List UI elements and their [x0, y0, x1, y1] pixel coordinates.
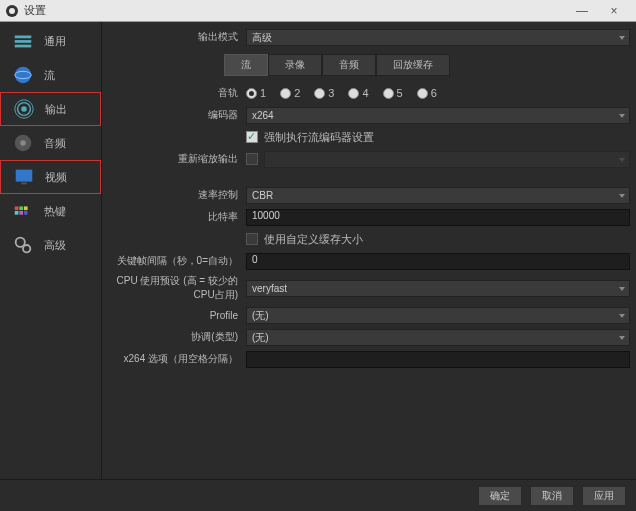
sidebar-item-advanced[interactable]: 高级 [0, 228, 101, 262]
svg-rect-0 [15, 36, 32, 39]
svg-rect-2 [15, 45, 32, 48]
tune-select[interactable]: (无) [246, 329, 630, 346]
sidebar-label: 流 [44, 68, 55, 83]
keyint-input[interactable]: 0 [246, 253, 630, 270]
bitrate-label: 比特率 [108, 210, 246, 224]
sidebar-label: 高级 [44, 238, 66, 253]
track-5-radio[interactable]: 5 [383, 87, 403, 99]
sidebar-label: 视频 [45, 170, 67, 185]
close-button[interactable]: × [598, 4, 630, 18]
svg-point-5 [21, 106, 27, 112]
sidebar-label: 通用 [44, 34, 66, 49]
enforce-encoder-checkbox[interactable] [246, 131, 258, 143]
track-2-radio[interactable]: 2 [280, 87, 300, 99]
encoder-label: 编码器 [108, 108, 246, 122]
track-4-radio[interactable]: 4 [348, 87, 368, 99]
minimize-button[interactable]: — [566, 4, 598, 18]
x264opts-label: x264 选项（用空格分隔） [108, 352, 246, 366]
cpu-preset-label: CPU 使用预设 (高 = 较少的 CPU占用) [108, 274, 246, 302]
footer: 确定 取消 应用 [0, 479, 636, 511]
custom-buffer-checkbox[interactable] [246, 233, 258, 245]
monitor-icon [13, 166, 35, 188]
track-3-radio[interactable]: 3 [314, 87, 334, 99]
cpu-preset-select[interactable]: veryfast [246, 280, 630, 297]
svg-rect-12 [15, 206, 19, 210]
content-panel: 输出模式 高级 流 录像 音频 回放缓存 音轨 1 2 3 4 5 6 编码器 … [102, 22, 636, 479]
ok-button[interactable]: 确定 [478, 486, 522, 506]
sidebar-item-audio[interactable]: 音频 [0, 126, 101, 160]
tab-replay[interactable]: 回放缓存 [376, 54, 450, 76]
cogs-icon [12, 234, 34, 256]
sidebar-item-general[interactable]: 通用 [0, 24, 101, 58]
rescale-checkbox[interactable] [246, 153, 258, 165]
sidebar: 通用 流 输出 音频 视频 热键 高级 [0, 22, 102, 479]
sidebar-label: 热键 [44, 204, 66, 219]
rescale-label: 重新缩放输出 [108, 152, 246, 166]
svg-rect-11 [21, 183, 27, 185]
titlebar: 设置 — × [0, 0, 636, 22]
bitrate-input[interactable]: 10000 [246, 209, 630, 226]
keyboard-icon [12, 200, 34, 222]
profile-label: Profile [108, 310, 246, 321]
disc-icon [12, 132, 34, 154]
tune-label: 协调(类型) [108, 330, 246, 344]
svg-rect-16 [19, 211, 23, 215]
keyint-label: 关键帧间隔（秒，0=自动） [108, 254, 246, 268]
window-title: 设置 [24, 3, 566, 18]
rate-control-select[interactable]: CBR [246, 187, 630, 204]
svg-point-9 [20, 140, 26, 146]
custom-buffer-label: 使用自定义缓存大小 [264, 232, 363, 247]
tracks-label: 音轨 [108, 86, 246, 100]
x264opts-input[interactable] [246, 351, 630, 368]
sidebar-label: 输出 [45, 102, 67, 117]
svg-rect-10 [16, 170, 33, 182]
sidebar-item-video[interactable]: 视频 [0, 160, 101, 194]
svg-rect-17 [24, 211, 28, 215]
tab-record[interactable]: 录像 [268, 54, 322, 76]
gear-icon [12, 30, 34, 52]
svg-rect-14 [24, 206, 28, 210]
cancel-button[interactable]: 取消 [530, 486, 574, 506]
output-mode-select[interactable]: 高级 [246, 29, 630, 46]
sidebar-item-stream[interactable]: 流 [0, 58, 101, 92]
enforce-encoder-label: 强制执行流编码器设置 [264, 130, 374, 145]
tab-stream[interactable]: 流 [224, 54, 268, 76]
rescale-select[interactable] [264, 151, 630, 168]
output-mode-label: 输出模式 [108, 30, 246, 44]
rate-control-label: 速率控制 [108, 188, 246, 202]
tab-audio[interactable]: 音频 [322, 54, 376, 76]
svg-rect-1 [15, 40, 32, 43]
sidebar-label: 音频 [44, 136, 66, 151]
sidebar-item-hotkeys[interactable]: 热键 [0, 194, 101, 228]
svg-rect-13 [19, 206, 23, 210]
svg-rect-15 [15, 211, 19, 215]
svg-point-19 [23, 245, 30, 252]
encoder-select[interactable]: x264 [246, 107, 630, 124]
output-tabs: 流 录像 音频 回放缓存 [224, 54, 630, 76]
tracks-radiogroup: 1 2 3 4 5 6 [246, 87, 630, 99]
track-6-radio[interactable]: 6 [417, 87, 437, 99]
track-1-radio[interactable]: 1 [246, 87, 266, 99]
apply-button[interactable]: 应用 [582, 486, 626, 506]
sidebar-item-output[interactable]: 输出 [0, 92, 101, 126]
app-icon [6, 5, 18, 17]
svg-point-3 [15, 67, 32, 84]
globe-icon [12, 64, 34, 86]
profile-select[interactable]: (无) [246, 307, 630, 324]
broadcast-icon [13, 98, 35, 120]
